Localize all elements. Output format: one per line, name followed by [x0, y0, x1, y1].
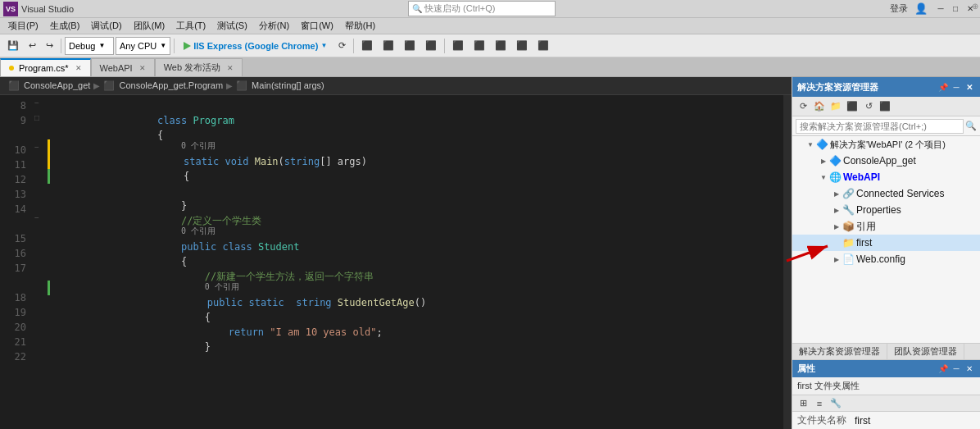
prop-close-button[interactable]: ✕ — [964, 363, 975, 375]
pin-button[interactable]: 📌 — [937, 81, 949, 93]
tree-consoleapp[interactable]: ▶ 🔷 ConsoleApp_get — [792, 153, 980, 169]
platform-dropdown[interactable]: Any CPU ▼ — [116, 37, 170, 55]
menu-window[interactable]: 窗口(W) — [296, 18, 338, 34]
login-label[interactable]: 登录 — [890, 2, 908, 15]
connected-services-icon: 🔗 — [842, 187, 855, 200]
tab-program-cs[interactable]: Program.cs* ✕ — [0, 58, 91, 76]
quick-launch-search[interactable]: 🔍 快速启动 (Ctrl+Q) — [408, 1, 556, 16]
properties-label: Properties — [855, 204, 901, 216]
refresh-tree-button[interactable]: ↺ — [861, 99, 876, 114]
editor-scrollbar[interactable] — [783, 95, 792, 429]
menu-analyze[interactable]: 分析(N) — [254, 18, 294, 34]
expand-webapi[interactable]: ▼ — [819, 172, 828, 182]
toolbar-icon-7[interactable]: ⬛ — [491, 37, 510, 55]
breadcrumb-class[interactable]: ⬛ ConsoleApp_get.Program — [100, 80, 226, 91]
prop-list-view-btn[interactable]: ≡ — [812, 396, 827, 411]
collapse-indicator-9[interactable]: □ — [34, 113, 39, 122]
debug-config-dropdown[interactable]: Debug ▼ — [65, 37, 114, 55]
run-button[interactable]: IIS Express (Google Chrome) ▼ — [178, 39, 333, 53]
save-button[interactable]: 💾 — [3, 37, 23, 55]
tree-connected-services[interactable]: ▶ 🔗 Connected Services — [792, 185, 980, 202]
menu-project[interactable]: 项目(P) — [3, 18, 43, 34]
tab-close-webapi[interactable]: ✕ — [139, 64, 146, 72]
run-label: IIS Express (Google Chrome) — [193, 41, 318, 51]
refresh-button[interactable]: ⟳ — [334, 37, 350, 55]
redo-button[interactable]: ↪ — [42, 37, 57, 55]
prop-filename-label: 文件夹名称 — [797, 413, 846, 427]
breadcrumb-method[interactable]: ⬛ Main(string[] args) — [233, 80, 328, 91]
tab-close-program-cs[interactable]: ✕ — [75, 64, 82, 72]
tab-close-publish[interactable]: ✕ — [227, 64, 234, 72]
first-folder-label: first — [855, 237, 872, 249]
prop-minimize-button[interactable]: ─ — [951, 363, 962, 375]
code-line-20: return "I am 10 yeas old"; — [48, 310, 783, 325]
tab-label-program-cs: Program.cs* — [19, 63, 69, 73]
toolbar-sep-3 — [353, 39, 354, 53]
tab-webapi[interactable]: WebAPI ✕ — [91, 58, 155, 76]
prop-pin-button[interactable]: 📌 — [937, 363, 949, 375]
solution-explorer-title: 解决方案资源管理器 — [797, 81, 878, 94]
toolbar-icon-4[interactable]: ⬛ — [421, 37, 441, 55]
solution-icon: 🔷 — [815, 138, 828, 151]
prop-wrench-btn[interactable]: 🔧 — [828, 396, 843, 411]
minimize-button[interactable]: ─ — [934, 2, 947, 16]
toolbar-icon-1[interactable]: ⬛ — [357, 37, 377, 55]
tab-solution-explorer[interactable]: 解决方案资源管理器 — [792, 344, 887, 359]
chevron-down-icon: ▼ — [98, 42, 105, 49]
toolbar-icon-5[interactable]: ⬛ — [448, 37, 468, 55]
home-button[interactable]: 🏠 — [812, 99, 827, 114]
tree-webapi[interactable]: ▼ 🌐 WebAPI — [792, 169, 980, 185]
sync-files-button[interactable]: ⟳ — [796, 99, 810, 114]
tab-publish[interactable]: Web 发布活动 ✕ — [155, 58, 243, 76]
undo-button[interactable]: ↩ — [25, 37, 40, 55]
menu-help[interactable]: 帮助(H) — [340, 18, 380, 34]
breadcrumb-file[interactable]: ⬛ ConsoleApp_get — [5, 80, 93, 91]
solution-bottom-tabs: 解决方案资源管理器 团队资源管理器 — [792, 343, 980, 359]
tree-properties[interactable]: ▶ 🔧 Properties — [792, 202, 980, 218]
tree-first-folder[interactable]: ▶ 📁 first — [792, 235, 980, 251]
expand-consoleapp[interactable]: ▶ — [819, 156, 828, 166]
code-line-17-comment: //新建一个学生方法，返回一个字符串 — [48, 254, 783, 269]
toolbar-icon-6[interactable]: ⬛ — [470, 37, 489, 55]
menu-team[interactable]: 团队(M) — [129, 18, 170, 34]
filter-button[interactable]: ⬛ — [845, 99, 860, 114]
collapse-indicator-15[interactable]: − — [34, 213, 39, 222]
solution-search-input[interactable] — [796, 119, 964, 134]
expand-connected[interactable]: ▶ — [832, 189, 842, 199]
tree-webconfig[interactable]: ▶ 📄 Web.config — [792, 251, 980, 267]
tab-label-webapi: WebAPI — [100, 63, 133, 73]
tree-solution-root[interactable]: ▼ 🔷 解决方案'WebAPI' (2 个项目) — [792, 136, 980, 153]
folder-button[interactable]: 📁 — [828, 99, 843, 114]
menu-debug[interactable]: 调试(D) — [86, 18, 126, 34]
maximize-button[interactable]: □ — [949, 2, 962, 16]
menu-tools[interactable]: 工具(T) — [171, 18, 211, 34]
code-text[interactable]: class Program { 0 个引用 static void Main(s… — [48, 95, 783, 429]
toolbar-icon-3[interactable]: ⬛ — [400, 37, 420, 55]
properties-content: 文件夹名称 first — [792, 412, 980, 429]
properties-panel: 属性 📌 ─ ✕ first 文件夹属性 ⊞ ≡ 🔧 文件夹名称 first — [792, 359, 980, 429]
tab-team-explorer[interactable]: 团队资源管理器 — [887, 344, 964, 359]
solution-explorer-search[interactable]: 🔍 — [792, 116, 980, 136]
title-bar-left: VS Visual Studio — [3, 2, 74, 16]
expand-properties[interactable]: ▶ — [832, 205, 842, 215]
collapse-indicator-8[interactable]: − — [34, 98, 39, 107]
menu-test[interactable]: 测试(S) — [212, 18, 252, 34]
tree-references[interactable]: ▶ 📦 引用 — [792, 218, 980, 235]
editor-content-area[interactable]: 8 9 10 11 12 13 14 15 16 17 18 19 20 21 … — [0, 95, 792, 429]
toolbar-icon-8[interactable]: ⬛ — [512, 37, 532, 55]
properties-header-buttons: 📌 ─ ✕ — [937, 363, 975, 375]
toolbar-icon-2[interactable]: ⬛ — [379, 37, 398, 55]
prop-grid-view-btn[interactable]: ⊞ — [796, 396, 810, 411]
collapse-indicator-10[interactable]: − — [34, 143, 39, 152]
collapse-all-button[interactable]: ⬛ — [878, 99, 892, 114]
toolbar-sep-4 — [444, 39, 445, 53]
expand-references[interactable]: ▶ — [832, 221, 842, 231]
expand-solution[interactable]: ▼ — [805, 139, 815, 149]
vs-logo-icon: VS — [3, 2, 18, 16]
menu-build[interactable]: 生成(B) — [45, 18, 85, 34]
toolbar-icon-9[interactable]: ⬛ — [533, 37, 553, 55]
expand-webconfig[interactable]: ▶ — [832, 254, 842, 264]
panel-minimize-button[interactable]: ─ — [951, 81, 962, 93]
properties-header: 属性 📌 ─ ✕ — [792, 360, 980, 377]
panel-close-button[interactable]: ✕ — [964, 81, 975, 93]
